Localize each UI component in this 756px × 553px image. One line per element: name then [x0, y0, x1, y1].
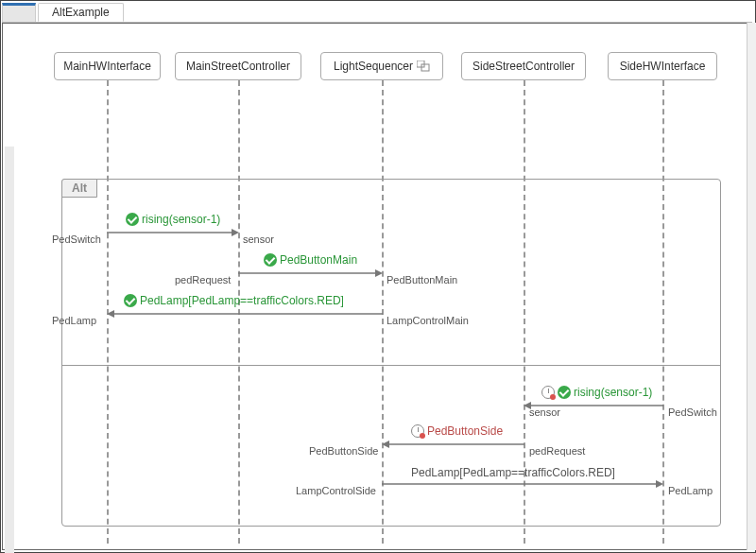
message-text: PedButtonMain	[280, 253, 357, 267]
role-label: PedSwitch	[52, 233, 101, 245]
role-label: pedRequest	[529, 445, 585, 457]
role-label: PedSwitch	[668, 406, 717, 418]
message-text: PedLamp[PedLamp==trafficColors.RED]	[140, 294, 344, 307]
message-text: rising(sensor-1)	[574, 386, 652, 399]
check-icon	[558, 386, 571, 399]
vertical-scrollbar[interactable]	[747, 23, 756, 550]
tab-spacer[interactable]	[2, 3, 36, 22]
lifeline-side-street-controller[interactable]: SideStreetController	[461, 52, 586, 80]
role-label: PedButtonSide	[309, 445, 378, 457]
lifeline-label: MainHWInterface	[63, 60, 151, 73]
role-label: sensor	[243, 233, 274, 245]
clock-warn-icon	[541, 386, 555, 399]
message-text: PedButtonSide	[427, 424, 503, 438]
message-arrow[interactable]	[382, 480, 663, 488]
tab-label: AltExample	[52, 6, 110, 19]
check-icon	[126, 213, 139, 226]
message-arrow[interactable]	[238, 269, 383, 277]
lifeline-side-hw-interface[interactable]: SideHWInterface	[608, 52, 717, 80]
left-gutter	[5, 147, 14, 553]
message-label[interactable]: PedLamp[PedLamp==trafficColors.RED]	[124, 294, 344, 307]
message-arrow[interactable]	[107, 229, 239, 236]
lifeline-label: MainStreetController	[186, 60, 290, 73]
composite-icon	[417, 60, 430, 72]
message-label[interactable]: PedLamp[PedLamp==trafficColors.RED]	[411, 466, 615, 479]
svg-marker-7	[107, 310, 114, 318]
svg-marker-11	[382, 441, 389, 448]
message-label[interactable]: PedButtonSide	[411, 424, 503, 438]
check-icon	[124, 294, 137, 307]
lifeline-label: LightSequencer	[334, 60, 413, 73]
svg-marker-3	[232, 229, 239, 236]
lifeline-label: SideHWInterface	[620, 60, 706, 73]
tab-bar: AltExample	[2, 2, 752, 23]
role-label: sensor	[529, 406, 560, 418]
alt-operator-label: Alt	[61, 179, 97, 198]
tab-altexample[interactable]: AltExample	[38, 3, 124, 22]
clock-warn-icon	[411, 424, 424, 438]
role-label: PedLamp	[52, 315, 96, 326]
lifeline-light-sequencer[interactable]: LightSequencer	[320, 52, 443, 80]
role-label: pedRequest	[175, 274, 231, 285]
message-text: rising(sensor-1)	[142, 213, 220, 226]
lifeline-main-street-controller[interactable]: MainStreetController	[175, 52, 301, 80]
alt-divider	[62, 365, 720, 366]
svg-marker-13	[656, 480, 663, 488]
role-label: PedLamp	[668, 485, 713, 496]
role-label: LampControlSide	[296, 485, 376, 496]
lifeline-label: SideStreetController	[472, 60, 575, 73]
sequence-diagram: MainHWInterface MainStreetController Lig…	[2, 23, 752, 550]
message-label[interactable]: rising(sensor-1)	[126, 213, 220, 226]
message-arrow[interactable]	[107, 310, 383, 318]
message-label[interactable]: rising(sensor-1)	[541, 386, 652, 399]
check-icon	[264, 253, 277, 267]
role-label: PedButtonMain	[387, 274, 457, 285]
role-label: LampControlMain	[387, 315, 469, 326]
svg-marker-5	[375, 269, 383, 277]
message-arrow[interactable]	[382, 441, 524, 448]
lifeline-main-hw-interface[interactable]: MainHWInterface	[54, 52, 161, 80]
message-text: PedLamp[PedLamp==trafficColors.RED]	[411, 466, 615, 479]
message-label[interactable]: PedButtonMain	[264, 253, 357, 267]
